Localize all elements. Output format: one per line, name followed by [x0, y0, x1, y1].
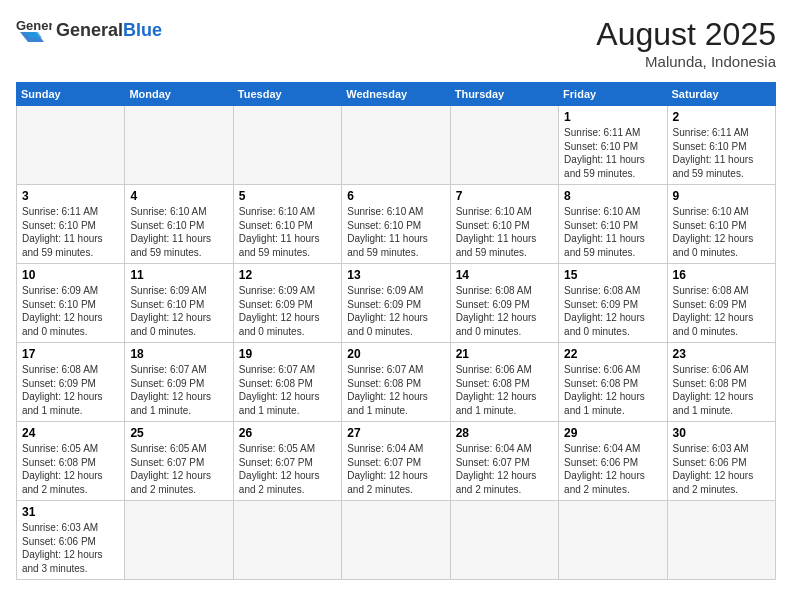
- day-info: Sunrise: 6:09 AM Sunset: 6:10 PM Dayligh…: [130, 284, 227, 338]
- day-number: 23: [673, 347, 770, 361]
- calendar-cell: [450, 501, 558, 580]
- calendar-cell: 25Sunrise: 6:05 AM Sunset: 6:07 PM Dayli…: [125, 422, 233, 501]
- day-number: 21: [456, 347, 553, 361]
- calendar-cell: 13Sunrise: 6:09 AM Sunset: 6:09 PM Dayli…: [342, 264, 450, 343]
- day-number: 1: [564, 110, 661, 124]
- calendar-cell: 4Sunrise: 6:10 AM Sunset: 6:10 PM Daylig…: [125, 185, 233, 264]
- calendar-cell: [667, 501, 775, 580]
- calendar-body: 1Sunrise: 6:11 AM Sunset: 6:10 PM Daylig…: [17, 106, 776, 580]
- day-info: Sunrise: 6:04 AM Sunset: 6:07 PM Dayligh…: [456, 442, 553, 496]
- day-number: 26: [239, 426, 336, 440]
- day-info: Sunrise: 6:10 AM Sunset: 6:10 PM Dayligh…: [456, 205, 553, 259]
- calendar-week-2: 3Sunrise: 6:11 AM Sunset: 6:10 PM Daylig…: [17, 185, 776, 264]
- day-number: 6: [347, 189, 444, 203]
- calendar-cell: 6Sunrise: 6:10 AM Sunset: 6:10 PM Daylig…: [342, 185, 450, 264]
- day-number: 13: [347, 268, 444, 282]
- day-info: Sunrise: 6:08 AM Sunset: 6:09 PM Dayligh…: [456, 284, 553, 338]
- weekday-monday: Monday: [125, 83, 233, 106]
- calendar-cell: 29Sunrise: 6:04 AM Sunset: 6:06 PM Dayli…: [559, 422, 667, 501]
- calendar-cell: 11Sunrise: 6:09 AM Sunset: 6:10 PM Dayli…: [125, 264, 233, 343]
- calendar-cell: 27Sunrise: 6:04 AM Sunset: 6:07 PM Dayli…: [342, 422, 450, 501]
- calendar-cell: [342, 501, 450, 580]
- day-number: 11: [130, 268, 227, 282]
- day-info: Sunrise: 6:06 AM Sunset: 6:08 PM Dayligh…: [564, 363, 661, 417]
- calendar-cell: [233, 501, 341, 580]
- calendar-cell: 2Sunrise: 6:11 AM Sunset: 6:10 PM Daylig…: [667, 106, 775, 185]
- svg-text:General: General: [16, 18, 52, 33]
- day-number: 31: [22, 505, 119, 519]
- day-info: Sunrise: 6:08 AM Sunset: 6:09 PM Dayligh…: [564, 284, 661, 338]
- day-info: Sunrise: 6:08 AM Sunset: 6:09 PM Dayligh…: [22, 363, 119, 417]
- calendar-cell: 9Sunrise: 6:10 AM Sunset: 6:10 PM Daylig…: [667, 185, 775, 264]
- day-info: Sunrise: 6:11 AM Sunset: 6:10 PM Dayligh…: [564, 126, 661, 180]
- weekday-sunday: Sunday: [17, 83, 125, 106]
- day-info: Sunrise: 6:03 AM Sunset: 6:06 PM Dayligh…: [22, 521, 119, 575]
- day-info: Sunrise: 6:11 AM Sunset: 6:10 PM Dayligh…: [22, 205, 119, 259]
- day-number: 15: [564, 268, 661, 282]
- weekday-tuesday: Tuesday: [233, 83, 341, 106]
- calendar-week-6: 31Sunrise: 6:03 AM Sunset: 6:06 PM Dayli…: [17, 501, 776, 580]
- day-info: Sunrise: 6:10 AM Sunset: 6:10 PM Dayligh…: [673, 205, 770, 259]
- calendar-cell: 28Sunrise: 6:04 AM Sunset: 6:07 PM Dayli…: [450, 422, 558, 501]
- day-number: 7: [456, 189, 553, 203]
- weekday-wednesday: Wednesday: [342, 83, 450, 106]
- calendar-cell: 1Sunrise: 6:11 AM Sunset: 6:10 PM Daylig…: [559, 106, 667, 185]
- calendar-cell: 30Sunrise: 6:03 AM Sunset: 6:06 PM Dayli…: [667, 422, 775, 501]
- day-info: Sunrise: 6:10 AM Sunset: 6:10 PM Dayligh…: [564, 205, 661, 259]
- day-number: 27: [347, 426, 444, 440]
- calendar-cell: 8Sunrise: 6:10 AM Sunset: 6:10 PM Daylig…: [559, 185, 667, 264]
- calendar-cell: 7Sunrise: 6:10 AM Sunset: 6:10 PM Daylig…: [450, 185, 558, 264]
- day-info: Sunrise: 6:04 AM Sunset: 6:07 PM Dayligh…: [347, 442, 444, 496]
- calendar-cell: 12Sunrise: 6:09 AM Sunset: 6:09 PM Dayli…: [233, 264, 341, 343]
- title-area: August 2025 Malunda, Indonesia: [596, 16, 776, 70]
- calendar-cell: [559, 501, 667, 580]
- day-number: 28: [456, 426, 553, 440]
- day-number: 24: [22, 426, 119, 440]
- calendar-cell: 19Sunrise: 6:07 AM Sunset: 6:08 PM Dayli…: [233, 343, 341, 422]
- day-info: Sunrise: 6:05 AM Sunset: 6:07 PM Dayligh…: [239, 442, 336, 496]
- calendar-cell: 20Sunrise: 6:07 AM Sunset: 6:08 PM Dayli…: [342, 343, 450, 422]
- calendar-cell: 10Sunrise: 6:09 AM Sunset: 6:10 PM Dayli…: [17, 264, 125, 343]
- calendar-week-1: 1Sunrise: 6:11 AM Sunset: 6:10 PM Daylig…: [17, 106, 776, 185]
- calendar-cell: 23Sunrise: 6:06 AM Sunset: 6:08 PM Dayli…: [667, 343, 775, 422]
- weekday-saturday: Saturday: [667, 83, 775, 106]
- calendar-cell: [125, 106, 233, 185]
- day-info: Sunrise: 6:05 AM Sunset: 6:08 PM Dayligh…: [22, 442, 119, 496]
- month-year-title: August 2025: [596, 16, 776, 53]
- calendar-cell: 16Sunrise: 6:08 AM Sunset: 6:09 PM Dayli…: [667, 264, 775, 343]
- day-number: 20: [347, 347, 444, 361]
- day-info: Sunrise: 6:10 AM Sunset: 6:10 PM Dayligh…: [347, 205, 444, 259]
- day-info: Sunrise: 6:04 AM Sunset: 6:06 PM Dayligh…: [564, 442, 661, 496]
- calendar-cell: 21Sunrise: 6:06 AM Sunset: 6:08 PM Dayli…: [450, 343, 558, 422]
- calendar-cell: 15Sunrise: 6:08 AM Sunset: 6:09 PM Dayli…: [559, 264, 667, 343]
- calendar-cell: 31Sunrise: 6:03 AM Sunset: 6:06 PM Dayli…: [17, 501, 125, 580]
- day-info: Sunrise: 6:03 AM Sunset: 6:06 PM Dayligh…: [673, 442, 770, 496]
- day-info: Sunrise: 6:09 AM Sunset: 6:09 PM Dayligh…: [347, 284, 444, 338]
- calendar-cell: 24Sunrise: 6:05 AM Sunset: 6:08 PM Dayli…: [17, 422, 125, 501]
- calendar-week-3: 10Sunrise: 6:09 AM Sunset: 6:10 PM Dayli…: [17, 264, 776, 343]
- calendar-cell: [17, 106, 125, 185]
- day-number: 10: [22, 268, 119, 282]
- weekday-header-row: SundayMondayTuesdayWednesdayThursdayFrid…: [17, 83, 776, 106]
- day-info: Sunrise: 6:10 AM Sunset: 6:10 PM Dayligh…: [130, 205, 227, 259]
- logo: General GeneralBlue: [16, 16, 162, 44]
- day-number: 16: [673, 268, 770, 282]
- day-number: 18: [130, 347, 227, 361]
- weekday-thursday: Thursday: [450, 83, 558, 106]
- day-number: 17: [22, 347, 119, 361]
- day-number: 5: [239, 189, 336, 203]
- calendar-cell: 17Sunrise: 6:08 AM Sunset: 6:09 PM Dayli…: [17, 343, 125, 422]
- calendar-cell: 18Sunrise: 6:07 AM Sunset: 6:09 PM Dayli…: [125, 343, 233, 422]
- page-header: General GeneralBlue August 2025 Malunda,…: [16, 16, 776, 70]
- calendar-week-5: 24Sunrise: 6:05 AM Sunset: 6:08 PM Dayli…: [17, 422, 776, 501]
- day-number: 2: [673, 110, 770, 124]
- calendar-week-4: 17Sunrise: 6:08 AM Sunset: 6:09 PM Dayli…: [17, 343, 776, 422]
- weekday-friday: Friday: [559, 83, 667, 106]
- calendar-cell: 5Sunrise: 6:10 AM Sunset: 6:10 PM Daylig…: [233, 185, 341, 264]
- day-number: 12: [239, 268, 336, 282]
- day-info: Sunrise: 6:10 AM Sunset: 6:10 PM Dayligh…: [239, 205, 336, 259]
- calendar-cell: 3Sunrise: 6:11 AM Sunset: 6:10 PM Daylig…: [17, 185, 125, 264]
- day-number: 30: [673, 426, 770, 440]
- day-info: Sunrise: 6:07 AM Sunset: 6:08 PM Dayligh…: [239, 363, 336, 417]
- day-number: 22: [564, 347, 661, 361]
